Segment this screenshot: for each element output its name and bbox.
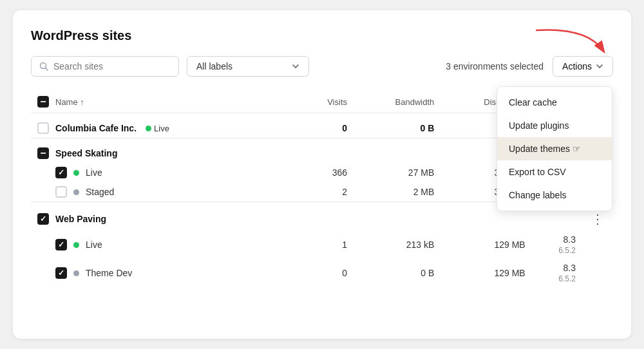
- search-icon: [39, 62, 48, 71]
- env-checkbox-webpaving-themedev[interactable]: ✓: [55, 267, 67, 279]
- env-checkbox-webpaving-live[interactable]: ✓: [55, 239, 67, 250]
- dot-staged: [73, 189, 79, 195]
- page-title: WordPress sites: [31, 28, 613, 43]
- group-checkbox-speed[interactable]: −: [37, 147, 49, 159]
- dropdown-item-change-labels[interactable]: Change labels: [497, 184, 612, 207]
- col-header-bandwidth: Bandwidth: [354, 91, 440, 113]
- dropdown-item-export-csv[interactable]: Export to CSV: [497, 160, 612, 184]
- dropdown-item-update-themes[interactable]: Update themes ☞: [497, 137, 612, 160]
- select-all-checkbox[interactable]: −: [37, 96, 49, 108]
- dot-live: [146, 126, 151, 131]
- chevron-down-icon: [292, 62, 299, 70]
- group-name-cell: Columbia Cafe Inc. Live: [31, 113, 299, 138]
- actions-dropdown: Clear cache Update plugins Update themes…: [497, 86, 612, 211]
- cursor-icon: ☞: [573, 144, 581, 154]
- dot-live: [73, 242, 79, 248]
- group-name-cell: − Speed Skating: [31, 138, 299, 164]
- col-header-name: − Name ↑: [31, 91, 299, 113]
- more-options-button[interactable]: ⋮: [589, 211, 607, 227]
- dot-staged: [73, 270, 79, 276]
- chevron-down-icon: [596, 62, 603, 70]
- toolbar-right: 3 environments selected Actions Clear ca…: [446, 56, 613, 77]
- toolbar: All labels 3 environments selected Actio…: [31, 56, 613, 77]
- dropdown-item-update-plugins[interactable]: Update plugins: [497, 114, 612, 137]
- actions-label: Actions: [562, 61, 592, 71]
- group-checkbox-columbia[interactable]: [37, 122, 49, 134]
- table-row: ✓ Live 1 213 kB 129 MB 8.36.5.2: [31, 231, 613, 259]
- col-header-visits: Visits: [299, 91, 354, 113]
- env-checkbox-speed-live[interactable]: ✓: [55, 167, 67, 178]
- table-row: ✓ Theme Dev 0 0 B 129 MB 8.36.5.2: [31, 259, 613, 287]
- group-checkbox-webpaving[interactable]: ✓: [37, 213, 49, 225]
- search-input[interactable]: [53, 61, 171, 71]
- actions-button[interactable]: Actions Clear cache Update plugins Updat…: [553, 56, 613, 77]
- env-selected-label: 3 environments selected: [446, 61, 544, 71]
- label-select-text: All labels: [196, 61, 232, 71]
- main-card: WordPress sites All labels: [13, 10, 631, 339]
- dropdown-item-clear-cache[interactable]: Clear cache: [497, 91, 612, 114]
- dot-live: [73, 170, 79, 176]
- label-select[interactable]: All labels: [187, 56, 309, 77]
- svg-line-1: [46, 68, 48, 71]
- search-box[interactable]: [31, 56, 179, 77]
- env-checkbox-speed-staged[interactable]: [55, 186, 67, 198]
